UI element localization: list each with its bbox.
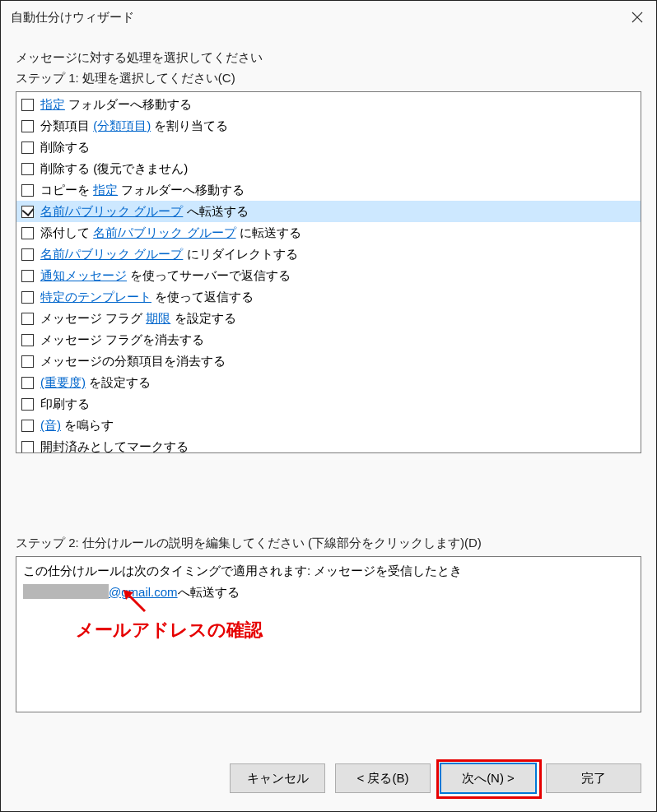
- action-link[interactable]: (分類項目): [93, 118, 151, 132]
- action-checkbox[interactable]: [21, 270, 34, 282]
- action-checkbox[interactable]: [21, 398, 34, 411]
- action-item[interactable]: メッセージ フラグを消去する: [16, 329, 641, 350]
- action-item[interactable]: 指定 フォルダーへ移動する: [16, 94, 641, 115]
- action-checkbox[interactable]: [21, 206, 34, 218]
- action-label: 名前/パブリック グループ へ転送する: [40, 202, 249, 221]
- action-checkbox[interactable]: [21, 163, 34, 175]
- action-checkbox[interactable]: [21, 248, 34, 261]
- back-button[interactable]: < 戻る(B): [335, 763, 431, 793]
- action-text: を設定する: [86, 375, 151, 389]
- action-text: コピーを: [40, 183, 93, 197]
- action-label: 印刷する: [40, 394, 90, 414]
- action-checkbox[interactable]: [21, 99, 34, 111]
- action-text: 開封済みとしてマークする: [40, 439, 189, 453]
- window-title: 自動仕分けウィザード: [11, 10, 134, 26]
- action-item[interactable]: メッセージ フラグ 期限 を設定する: [16, 308, 641, 329]
- action-link[interactable]: 特定のテンプレート: [40, 290, 151, 304]
- action-checkbox[interactable]: [21, 184, 34, 197]
- action-text: を鳴らす: [61, 418, 114, 432]
- step1-label: ステップ 1: 処理を選択してください(C): [16, 71, 641, 86]
- finish-button[interactable]: 完了: [546, 763, 641, 793]
- action-link[interactable]: 名前/パブリック グループ: [40, 204, 183, 218]
- action-checkbox[interactable]: [21, 142, 34, 154]
- description-line2: @gmail.com へ転送する: [23, 582, 634, 603]
- action-item[interactable]: メッセージの分類項目を消去する: [16, 350, 641, 372]
- action-link[interactable]: 名前/パブリック グループ: [93, 225, 235, 239]
- action-label: 名前/パブリック グループ にリダイレクトする: [40, 244, 298, 264]
- action-item[interactable]: 通知メッセージ を使ってサーバーで返信する: [16, 265, 641, 286]
- action-text: を割り当てる: [151, 118, 228, 132]
- action-text: 分類項目: [40, 118, 93, 132]
- action-label: 削除する: [40, 137, 90, 157]
- action-label: (重要度) を設定する: [40, 373, 151, 392]
- action-checkbox[interactable]: [21, 441, 34, 453]
- description-suffix: へ転送する: [178, 582, 240, 603]
- action-checkbox[interactable]: [21, 120, 34, 132]
- redacted-email-local: [23, 584, 109, 599]
- annotation-text: メールアドレスの確認: [76, 615, 263, 645]
- description-line1: この仕分けルールは次のタイミングで適用されます: メッセージを受信したとき: [23, 560, 634, 582]
- action-link[interactable]: 期限: [146, 311, 170, 325]
- rule-description-box[interactable]: この仕分けルールは次のタイミングで適用されます: メッセージを受信したとき @g…: [16, 556, 641, 712]
- action-text: フォルダーへ移動する: [65, 97, 192, 111]
- action-text: を設定する: [170, 311, 235, 325]
- action-link[interactable]: 名前/パブリック グループ: [40, 247, 183, 261]
- action-item[interactable]: (音) を鳴らす: [16, 415, 641, 436]
- action-item[interactable]: コピーを 指定 フォルダーへ移動する: [16, 179, 641, 201]
- action-checkbox[interactable]: [21, 334, 34, 346]
- action-item[interactable]: 添付して 名前/パブリック グループ に転送する: [16, 222, 641, 244]
- action-text: フォルダーへ移動する: [118, 183, 245, 197]
- action-item[interactable]: 名前/パブリック グループ にリダイレクトする: [16, 244, 641, 265]
- action-checkbox[interactable]: [21, 420, 34, 432]
- action-item[interactable]: 削除する: [16, 137, 641, 158]
- forward-address-link[interactable]: @gmail.com: [109, 582, 178, 603]
- actions-listbox[interactable]: 指定 フォルダーへ移動する分類項目 (分類項目) を割り当てる削除する削除する …: [16, 91, 641, 453]
- action-label: 指定 フォルダーへ移動する: [40, 95, 192, 114]
- action-label: 添付して 名前/パブリック グループ に転送する: [40, 223, 301, 243]
- action-link[interactable]: 指定: [40, 97, 65, 111]
- action-label: メッセージ フラグを消去する: [40, 330, 204, 350]
- action-label: 分類項目 (分類項目) を割り当てる: [40, 116, 228, 136]
- action-label: (音) を鳴らす: [40, 415, 114, 435]
- action-label: 通知メッセージ を使ってサーバーで返信する: [40, 266, 291, 285]
- action-text: に転送する: [236, 225, 301, 239]
- action-item[interactable]: 削除する (復元できません): [16, 158, 641, 179]
- action-checkbox[interactable]: [21, 227, 34, 239]
- action-link[interactable]: 通知メッセージ: [40, 268, 127, 282]
- action-checkbox[interactable]: [21, 377, 34, 389]
- action-text: 印刷する: [40, 397, 90, 411]
- action-label: 削除する (復元できません): [40, 159, 188, 179]
- action-checkbox[interactable]: [21, 313, 34, 325]
- action-link[interactable]: (重要度): [40, 375, 86, 389]
- action-item[interactable]: 開封済みとしてマークする: [16, 436, 641, 453]
- action-checkbox[interactable]: [21, 355, 34, 368]
- action-checkbox[interactable]: [21, 291, 34, 304]
- action-text: メッセージの分類項目を消去する: [40, 354, 226, 368]
- action-text: を使って返信する: [151, 290, 254, 304]
- action-item[interactable]: 印刷する: [16, 393, 641, 415]
- action-item[interactable]: 分類項目 (分類項目) を割り当てる: [16, 115, 641, 137]
- close-button[interactable]: [618, 1, 656, 34]
- action-link[interactable]: 指定: [93, 183, 118, 197]
- next-button[interactable]: 次へ(N) >: [440, 763, 536, 793]
- action-item[interactable]: (重要度) を設定する: [16, 372, 641, 393]
- action-text: へ転送する: [183, 204, 248, 218]
- action-text: メッセージ フラグ: [40, 311, 146, 325]
- action-text: 削除する: [40, 140, 90, 154]
- action-text: 添付して: [40, 225, 93, 239]
- instruction-text: メッセージに対する処理を選択してください: [16, 50, 641, 66]
- action-item[interactable]: 名前/パブリック グループ へ転送する: [16, 201, 641, 222]
- action-text: メッセージ フラグを消去する: [40, 332, 204, 346]
- action-label: コピーを 指定 フォルダーへ移動する: [40, 180, 245, 200]
- content-area: メッセージに対する処理を選択してください ステップ 1: 処理を選択してください…: [1, 34, 656, 712]
- action-text: にリダイレクトする: [183, 247, 297, 261]
- wizard-dialog: 自動仕分けウィザード メッセージに対する処理を選択してください ステップ 1: …: [0, 0, 657, 812]
- action-text: 削除する (復元できません): [40, 161, 188, 175]
- action-label: 特定のテンプレート を使って返信する: [40, 287, 254, 307]
- action-item[interactable]: 特定のテンプレート を使って返信する: [16, 286, 641, 308]
- titlebar: 自動仕分けウィザード: [1, 1, 656, 34]
- cancel-button[interactable]: キャンセル: [230, 763, 325, 793]
- action-label: メッセージ フラグ 期限 を設定する: [40, 309, 236, 328]
- action-link[interactable]: (音): [40, 418, 61, 432]
- action-label: メッセージの分類項目を消去する: [40, 351, 226, 371]
